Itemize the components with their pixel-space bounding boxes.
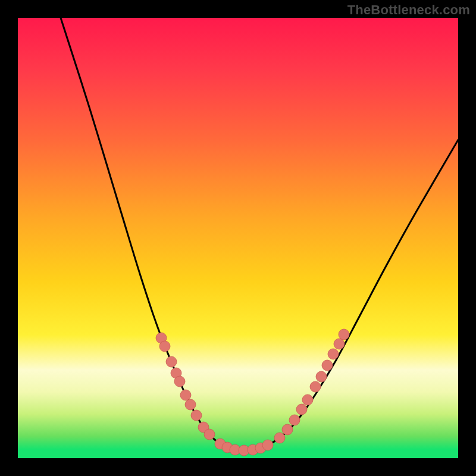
scatter-dot	[328, 349, 339, 359]
scatter-dot	[185, 399, 196, 410]
scatter-dot	[316, 371, 327, 382]
scatter-dot	[302, 394, 313, 405]
scatter-dot	[204, 429, 215, 440]
scatter-dot	[339, 329, 349, 340]
plot-area	[18, 18, 458, 458]
scatter-dot	[180, 390, 191, 400]
scatter-dot	[296, 404, 307, 415]
scatter-dots	[156, 329, 349, 456]
scatter-dot	[289, 415, 300, 425]
scatter-dot	[322, 360, 333, 371]
scatter-dot	[262, 440, 273, 450]
curve-svg	[18, 18, 458, 458]
scatter-dot	[334, 339, 345, 349]
watermark-label: TheBottleneck.com	[347, 2, 470, 18]
scatter-dot	[191, 410, 202, 421]
scatter-dot	[310, 381, 321, 392]
chart-frame: TheBottleneck.com	[0, 0, 476, 476]
scatter-dot	[166, 356, 177, 367]
scatter-dot	[282, 424, 293, 435]
v-curve-path	[61, 18, 458, 450]
scatter-dot	[274, 433, 285, 443]
scatter-dot	[159, 341, 170, 352]
scatter-dot	[174, 376, 185, 387]
